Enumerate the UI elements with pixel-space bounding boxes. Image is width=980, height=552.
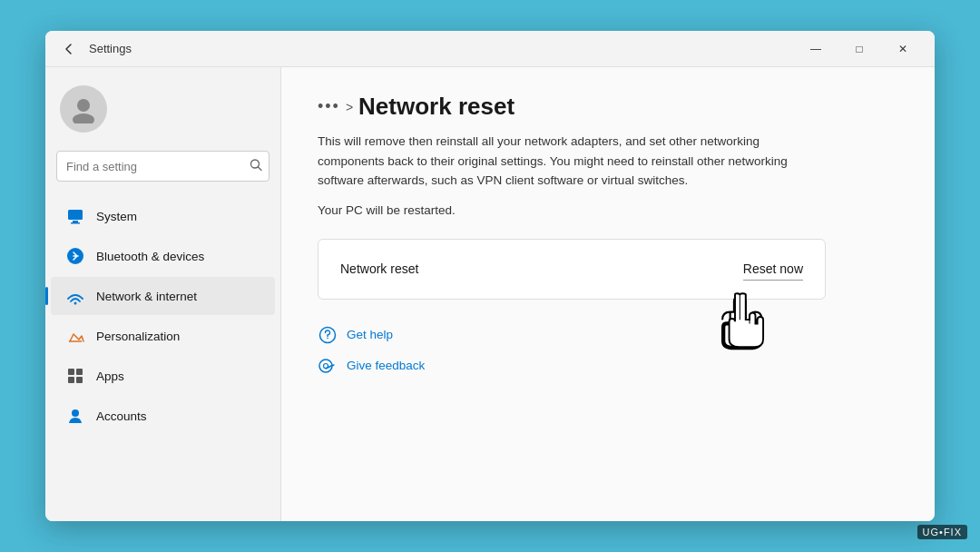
- give-feedback-link[interactable]: Give feedback: [318, 356, 898, 376]
- help-links: Get help Give feedback: [318, 325, 898, 376]
- sidebar: System Bluetooth & devices: [45, 67, 281, 521]
- svg-point-8: [74, 302, 77, 305]
- svg-rect-5: [73, 221, 78, 222]
- sidebar-item-network[interactable]: Network & internet: [51, 277, 275, 315]
- watermark: UG•FIX: [917, 525, 967, 539]
- sidebar-item-apps-label: Apps: [96, 370, 124, 383]
- system-icon: [65, 206, 85, 226]
- page-title: Network reset: [358, 93, 514, 121]
- sidebar-item-personalization-label: Personalization: [96, 330, 180, 343]
- help-icon: [318, 325, 338, 345]
- svg-rect-6: [71, 222, 80, 224]
- main-layout: System Bluetooth & devices: [45, 67, 935, 521]
- breadcrumb-dots[interactable]: •••: [318, 97, 340, 116]
- search-icon: [250, 159, 262, 174]
- search-box: [56, 151, 270, 182]
- sidebar-item-personalization[interactable]: Personalization: [51, 317, 275, 355]
- svg-point-13: [72, 409, 79, 417]
- search-input[interactable]: [56, 151, 270, 182]
- description-text: This will remove then reinstall all your…: [318, 132, 826, 191]
- sidebar-item-apps[interactable]: Apps: [51, 357, 275, 395]
- content-area: ••• > Network reset This will remove the…: [281, 67, 935, 521]
- give-feedback-label: Give feedback: [347, 359, 425, 372]
- sidebar-item-accounts-label: Accounts: [96, 409, 147, 423]
- sidebar-item-bluetooth[interactable]: Bluetooth & devices: [51, 237, 275, 275]
- sidebar-item-accounts[interactable]: Accounts: [51, 397, 275, 435]
- svg-point-0: [77, 99, 90, 112]
- titlebar: Settings — □ ✕: [45, 31, 935, 67]
- maximize-button[interactable]: □: [838, 34, 880, 64]
- close-button[interactable]: ✕: [882, 34, 924, 64]
- sidebar-item-system[interactable]: System: [51, 197, 275, 235]
- feedback-icon: [318, 356, 338, 376]
- minimize-button[interactable]: —: [795, 34, 837, 64]
- reset-card-label: Network reset: [340, 261, 418, 276]
- sidebar-item-system-label: System: [96, 210, 137, 223]
- svg-point-1: [73, 113, 94, 123]
- bluetooth-icon: [65, 246, 85, 266]
- network-icon: [65, 286, 85, 306]
- svg-point-21: [324, 363, 328, 368]
- breadcrumb-sep: >: [346, 100, 353, 114]
- reset-card: Network reset Reset now: [318, 239, 826, 300]
- svg-rect-4: [68, 210, 83, 220]
- window-title: Settings: [89, 42, 132, 55]
- svg-rect-11: [68, 377, 74, 383]
- svg-rect-12: [76, 377, 83, 383]
- reset-now-button[interactable]: Reset now: [743, 258, 803, 281]
- back-button[interactable]: [56, 36, 82, 62]
- breadcrumb: ••• > Network reset: [318, 93, 898, 121]
- svg-point-19: [327, 337, 328, 339]
- accounts-icon: [65, 406, 85, 426]
- sidebar-item-network-label: Network & internet: [96, 290, 197, 303]
- restart-note: Your PC will be restarted.: [318, 203, 898, 217]
- personalization-icon: [65, 326, 85, 346]
- get-help-link[interactable]: Get help: [318, 325, 898, 345]
- svg-line-3: [259, 167, 262, 171]
- svg-rect-9: [68, 369, 74, 375]
- svg-rect-10: [76, 369, 83, 375]
- sidebar-item-bluetooth-label: Bluetooth & devices: [96, 250, 204, 263]
- reset-card-wrapper: Network reset Reset now: [318, 239, 826, 300]
- avatar-area: [45, 78, 280, 151]
- apps-icon: [65, 366, 85, 386]
- get-help-label: Get help: [347, 328, 393, 341]
- avatar[interactable]: [60, 85, 107, 133]
- window-controls: — □ ✕: [795, 34, 924, 64]
- settings-window: Settings — □ ✕: [45, 31, 935, 521]
